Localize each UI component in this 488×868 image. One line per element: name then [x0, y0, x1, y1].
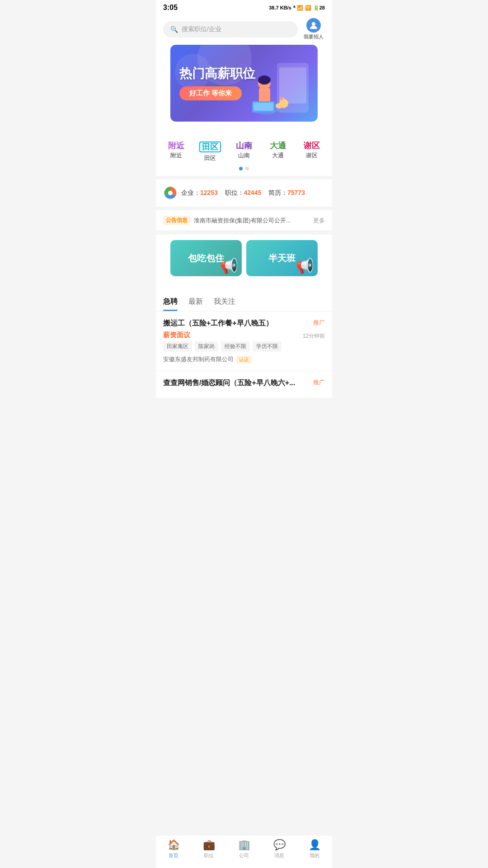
job-item-2[interactable]: 查查网销售/婚恋顾问（五险+早八晚六+... 推广: [156, 371, 332, 398]
category-icon-shannan: 山南: [236, 142, 252, 150]
job-title-2: 查查网销售/婚恋顾问（五险+早八晚六+...: [163, 378, 313, 388]
wifi-icon: 🛜: [305, 5, 311, 11]
tab-followed[interactable]: 我关注: [214, 291, 235, 311]
search-icon: 🔍: [170, 26, 178, 33]
job-header-2: 查查网销售/婚恋顾问（五险+早八晚六+... 推广: [163, 378, 325, 388]
job-tag-location: 陈家岗: [195, 341, 218, 352]
category-label-datong: 大通: [272, 151, 284, 160]
job-tag-edu: 学历不限: [253, 341, 282, 352]
job-promoted-1: 推广: [313, 319, 325, 327]
job-promoted-2: 推广: [313, 378, 325, 387]
job-salary-1: 薪资面议: [163, 331, 190, 340]
salary-row-1: 薪资面议 12分钟前: [163, 331, 325, 341]
stats-logo: [163, 186, 178, 200]
svg-point-0: [312, 22, 315, 26]
banner-subtitle: 好工作 等你来: [179, 86, 242, 100]
enterprise-num: 12253: [200, 189, 218, 196]
enterprise-label: 企业：: [181, 189, 200, 196]
job-title-1: 搬运工（五险+工作餐+早八晚五）: [163, 319, 313, 328]
job-item-1[interactable]: 搬运工（五险+工作餐+早八晚五） 推广 薪资面议 12分钟前 田家庵区 陈家岗 …: [156, 311, 332, 371]
company-row-1: 安徽东盛友邦制药有限公司 认证: [163, 355, 325, 363]
resume-label: 简历：: [268, 189, 287, 196]
recruit-label: 我要招人: [304, 33, 324, 40]
status-time: 3:05: [163, 4, 178, 12]
search-placeholder: 搜索职位/企业: [182, 25, 221, 33]
stats-bar: 企业：12253 职位：42445 简历：75773: [156, 179, 332, 207]
recruit-button[interactable]: 我要招人: [302, 18, 325, 40]
tab-latest[interactable]: 最新: [188, 291, 203, 311]
job-label: 职位：: [225, 189, 244, 196]
tab-urgent[interactable]: 急聘: [163, 291, 178, 311]
job-tag-district: 田家庵区: [163, 341, 192, 352]
job-list: 搬运工（五险+工作餐+早八晚五） 推广 薪资面议 12分钟前 田家庵区 陈家岗 …: [156, 311, 332, 398]
job-tag-exp: 经验不限: [221, 341, 250, 352]
job-tags-1: 田家庵区 陈家岗 经验不限 学历不限: [163, 341, 325, 352]
dot-2: [245, 167, 249, 170]
banner-cards: 包吃包住 📢 半天班 📢: [163, 240, 325, 276]
category-icon-datong: 大通: [270, 142, 286, 150]
category-label-tianqu: 田区: [204, 154, 216, 162]
svg-point-14: [168, 191, 173, 195]
category-icon-nearby: 附近: [168, 142, 184, 150]
banner-title: 热门高薪职位: [179, 66, 255, 81]
job-header-1: 搬运工（五险+工作餐+早八晚五） 推广: [163, 319, 325, 328]
category-item-datong[interactable]: 大通 大通: [264, 142, 291, 162]
banner-card-food-text: 包吃包住: [188, 252, 224, 264]
category-icon-tianqu: 田区: [199, 142, 221, 152]
megaphone-icon-2: 📢: [296, 257, 314, 274]
company-name-1: 安徽东盛友邦制药有限公司: [163, 355, 234, 363]
category-row: 附近 附近 田区 田区 山南 山南 大通 大通 谢区 谢区: [156, 142, 332, 162]
announce-text: 淮南市融资担保(集团)有限公司公开...: [194, 217, 310, 225]
job-time-1: 12分钟前: [303, 332, 325, 340]
recruit-icon: [306, 18, 321, 33]
category-label-nearby: 附近: [170, 151, 182, 160]
status-bar: 3:05 38.7 KB/s ⁶ 📶 🛜 🔋28: [156, 0, 332, 14]
bluetooth-icon: ⁶: [293, 5, 295, 11]
svg-point-10: [276, 103, 283, 108]
resume-num: 75773: [287, 189, 305, 196]
category-section: 附近 附近 田区 田区 山南 山南 大通 大通 谢区 谢区: [156, 134, 332, 176]
banner-card-food[interactable]: 包吃包住 📢: [170, 240, 242, 276]
battery-icon: 🔋28: [313, 5, 325, 11]
network-speed: 38.7 KB/s: [269, 5, 291, 10]
category-item-nearby[interactable]: 附近 附近: [163, 142, 190, 162]
category-label-shannan: 山南: [238, 151, 250, 160]
banner-content: 热门高薪职位 好工作 等你来: [170, 57, 264, 110]
search-bar: 🔍 搜索职位/企业 我要招人: [156, 14, 332, 45]
stats-text: 企业：12253 职位：42445 简历：75773: [181, 189, 325, 197]
dot-1: [239, 167, 243, 170]
category-icon-xiequ: 谢区: [304, 142, 320, 150]
banner-card-halfday[interactable]: 半天班 📢: [246, 240, 318, 276]
svg-point-12: [280, 97, 283, 100]
announcement-bar[interactable]: 公告信息 淮南市融资担保(集团)有限公司公开... 更多: [156, 210, 332, 231]
banner-card-halfday-text: 半天班: [268, 252, 296, 264]
category-item-shannan[interactable]: 山南 山南: [230, 142, 258, 162]
category-item-tianqu[interactable]: 田区 田区: [197, 142, 224, 162]
search-input-wrap[interactable]: 🔍 搜索职位/企业: [163, 21, 298, 38]
category-label-xiequ: 谢区: [306, 151, 318, 160]
hero-banner[interactable]: 热门高薪职位 好工作 等你来: [170, 45, 318, 122]
job-num: 42445: [244, 189, 262, 196]
signal-icon: 📶: [297, 5, 303, 11]
company-cert-1: 认证: [236, 356, 252, 363]
announce-more[interactable]: 更多: [313, 217, 325, 225]
announce-tag: 公告信息: [163, 216, 190, 225]
job-tabs: 急聘 最新 我关注: [156, 291, 332, 311]
category-item-xiequ[interactable]: 谢区 谢区: [298, 142, 325, 162]
status-icons: 38.7 KB/s ⁶ 📶 🛜 🔋28: [269, 5, 325, 11]
pagination-dots: [156, 167, 332, 170]
